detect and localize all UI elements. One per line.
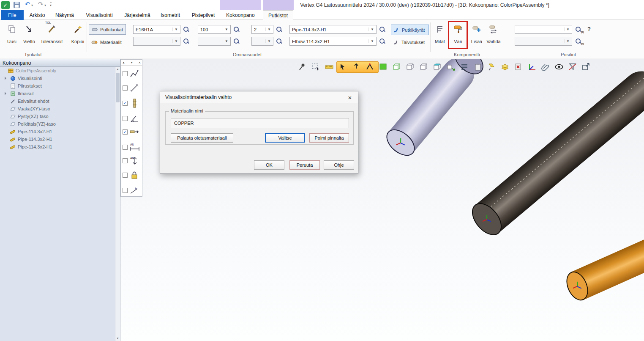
uusi-button[interactable]: Uusi (3, 22, 20, 45)
alt-dimension-v-icon[interactable]: Alt (129, 156, 140, 166)
eye-icon[interactable] (554, 62, 565, 72)
position-search-button-2[interactable]: PI (574, 37, 583, 46)
strip-down-icon[interactable]: ▼ (130, 61, 133, 64)
scroll-down-icon[interactable]: ▼ (115, 336, 120, 341)
tree-item-colorpipeassembly[interactable]: ColorPipeAssembly (0, 67, 120, 74)
size-combo-2[interactable]: ▼ (198, 37, 231, 46)
dimension-diagonal-icon[interactable] (129, 83, 139, 93)
count-search-button-2[interactable] (275, 37, 284, 46)
reset-default-material-button[interactable]: Palauta oletusmateriaali (171, 133, 233, 143)
chevron-down-icon[interactable]: ▼ (368, 28, 374, 31)
select-window-icon[interactable] (310, 62, 321, 72)
axis-icon[interactable] (527, 62, 538, 72)
pipe-vertical-icon[interactable] (129, 98, 139, 108)
chevron-down-icon[interactable]: ▼ (223, 28, 228, 31)
checkbox-slope[interactable] (123, 188, 128, 193)
tree-item-ilmaisut[interactable]: Ilmaisut (0, 90, 120, 97)
pin-icon[interactable] (297, 62, 308, 72)
size-combo[interactable]: 100▼ (198, 25, 231, 34)
pick-from-surface-button[interactable]: Poimi pinnalta (309, 133, 349, 143)
ok-button[interactable]: OK (254, 160, 284, 170)
expand-chevron-icon[interactable] (3, 77, 8, 80)
tree-item-visualisointi[interactable]: Visualisointi (0, 74, 120, 82)
count-search-button[interactable] (275, 25, 284, 34)
menu-kokoonpano[interactable]: Kokoonpano (222, 10, 259, 20)
tree-item-pipe-3[interactable]: Pipe-114.3x2-H1 (0, 143, 120, 151)
checkbox-alt-dimension-h[interactable] (123, 145, 128, 150)
position-combo-2[interactable]: ▼ (515, 37, 572, 46)
redo-icon[interactable]: ↷ (36, 0, 45, 8)
elbow-part-search-button[interactable] (378, 37, 387, 46)
lisaa-button[interactable]: Lisää (469, 22, 484, 45)
menu-putkistot-selected[interactable]: Putkistot (263, 10, 293, 20)
pipe-class-search-button[interactable] (182, 25, 191, 34)
menu-nakyma[interactable]: Näkymä (52, 10, 78, 20)
lamp-icon[interactable] (486, 62, 497, 72)
pipe-class-search-button-2[interactable] (182, 37, 191, 46)
mitat-button[interactable]: Mitat (432, 22, 448, 45)
viewport-3d[interactable]: Visualisointimateriaalin vaihto × Materi… (120, 59, 644, 341)
list-view-icon[interactable] (459, 62, 470, 72)
cancel-button[interactable]: Peruuta (289, 160, 320, 170)
checkbox-pipe-vertical[interactable]: ✓ (123, 101, 128, 106)
tree-item-esivalitut-ehdot[interactable]: Esivalitut ehdot (0, 97, 120, 105)
slope-pen-icon[interactable] (129, 185, 139, 195)
wire-cube-icon[interactable] (391, 62, 402, 72)
attach-clip-icon[interactable] (540, 62, 551, 72)
scrollbar-thumb[interactable] (116, 73, 120, 102)
checkbox-angle-dimension[interactable] (123, 116, 128, 121)
position-combo[interactable]: ▼ (515, 25, 572, 34)
tree-item-poikittais-yz-taso[interactable]: Poikittais(YZ)-taso (0, 120, 120, 128)
tree-scrollbar[interactable]: ▲ ▼ (115, 67, 120, 341)
vietto-button[interactable]: Vietto (21, 22, 37, 45)
cube-teal-icon[interactable] (432, 62, 443, 72)
count-combo-2[interactable]: ▼ (251, 37, 273, 46)
menu-jarjestelma[interactable]: Järjestelmä (121, 10, 154, 20)
checkbox-lock[interactable] (123, 173, 128, 178)
tree-item-pysty-xz-taso[interactable]: Pysty(XZ)-taso (0, 113, 120, 120)
chevron-down-icon[interactable]: ▼ (172, 39, 178, 43)
purge-icon[interactable] (513, 62, 524, 72)
tree-item-pipe-2[interactable]: Pipe-114.3x2-H1 (0, 135, 120, 143)
redo-dropdown-icon[interactable]: ▾ (44, 3, 46, 7)
chevron-down-icon[interactable]: ▼ (265, 39, 271, 43)
putkiluokat-toggle[interactable]: Putkiluokat (89, 24, 126, 35)
pipe-dark[interactable] (475, 64, 644, 233)
save-icon[interactable] (14, 2, 20, 8)
help-icon[interactable]: ? (587, 26, 591, 32)
tree-item-pipe-1[interactable]: Pipe-114.3x2-H1 (0, 128, 120, 135)
pipe-part-combo[interactable]: Pipe-114.3x2-H1▼ (289, 25, 377, 34)
menu-isometrit[interactable]: Isometrit (156, 10, 184, 20)
toleranssit-button[interactable]: TOL Toleranssit (39, 22, 64, 45)
layers-icon[interactable] (499, 62, 510, 72)
undo-dropdown-icon[interactable]: ▾ (31, 3, 33, 7)
share-window-icon[interactable] (581, 62, 592, 72)
expand-chevron-icon[interactable] (3, 92, 8, 95)
menu-file[interactable]: File (1, 10, 24, 20)
quick-access-customize-icon[interactable]: ▾ (50, 3, 52, 7)
strip-close-icon[interactable]: × (139, 60, 141, 65)
cube-view-icon[interactable] (405, 62, 416, 72)
putkikayrat-toggle[interactable]: Putkikäyrät (391, 25, 429, 35)
pipe-part-search-button[interactable] (378, 25, 387, 34)
chevron-down-icon[interactable]: ▼ (172, 28, 178, 31)
kopioi-button[interactable]: Kopioi (69, 22, 86, 45)
box-select-green-icon[interactable] (378, 62, 389, 72)
tree-item-piirustukset[interactable]: Piirustukset (0, 82, 120, 90)
position-search-button[interactable]: PI (574, 25, 583, 34)
taivutukset-button[interactable]: Taivutukset (391, 37, 429, 47)
materiaalit-button[interactable]: Materiaalit (89, 37, 126, 47)
menu-visualisointi[interactable]: Visualisointi (81, 10, 117, 20)
checkbox-pipe-flow[interactable]: ✓ (123, 129, 128, 135)
pipe-class-combo-2[interactable]: ▼ (133, 37, 180, 46)
chevron-down-icon[interactable]: ▼ (265, 28, 271, 31)
elbow-part-combo[interactable]: Elbow-114.3x2-H1▼ (289, 37, 377, 46)
clipboard-icon[interactable] (472, 62, 483, 72)
close-icon[interactable]: × (345, 93, 355, 102)
undo-icon[interactable]: ↶ (23, 0, 32, 8)
chevron-down-icon[interactable]: ▼ (223, 39, 228, 43)
help-button[interactable]: Ohje (324, 160, 354, 170)
ruler-icon[interactable] (324, 62, 335, 72)
cube-view-icon-2[interactable] (418, 62, 429, 72)
size-search-button[interactable] (232, 25, 241, 34)
